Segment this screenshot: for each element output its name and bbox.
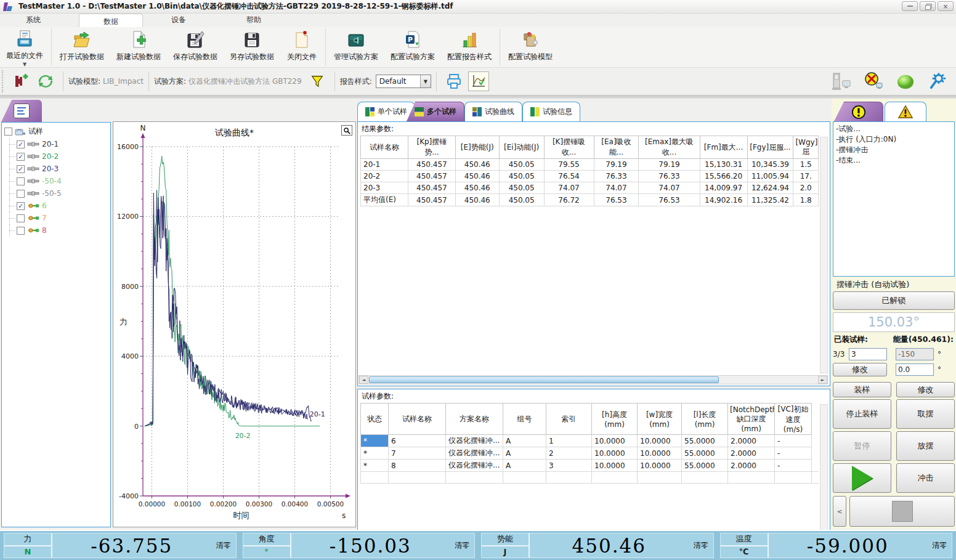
table-cell[interactable]: 仪器化摆锤冲... <box>446 447 503 460</box>
toolbar-button-save-data[interactable]: 保存试验数据 <box>167 27 224 67</box>
tree-item-6[interactable]: ✓6 <box>3 200 109 212</box>
column-header[interactable]: 状态 <box>361 404 389 435</box>
tree-item-20-2[interactable]: ✓20-2 <box>3 150 109 163</box>
table-row[interactable]: 20-1450.457450.46450.0579.5579.1979.1915… <box>361 159 819 171</box>
column-header[interactable]: [w]宽度 (mm) <box>638 404 682 435</box>
tab-warnings[interactable] <box>885 102 926 121</box>
toolbar-button-close-file[interactable]: 关闭文件 <box>280 27 323 67</box>
tree-item-checkbox[interactable]: ✓ <box>17 202 25 210</box>
table-cell[interactable]: 55.0000 <box>682 447 728 460</box>
table-cell[interactable]: - <box>775 435 812 447</box>
table-cell[interactable]: 450.46 <box>455 182 499 194</box>
tree-item-checkbox[interactable]: ✓ <box>17 153 25 161</box>
table-cell[interactable]: 8 <box>389 460 446 472</box>
settings-search-icon[interactable] <box>927 71 948 91</box>
tab-2[interactable]: 多个试样 <box>407 102 464 121</box>
table-cell[interactable]: 450.05 <box>499 194 544 206</box>
tree-item-20-3[interactable]: ✓20-3 <box>3 163 109 175</box>
table-cell[interactable]: 15,130.31 <box>700 159 747 171</box>
column-header[interactable]: [Fgy]屈服... <box>747 136 793 159</box>
table-cell[interactable]: 76.72 <box>544 194 594 206</box>
report-style-select[interactable]: Default ▼ <box>376 75 431 88</box>
tree-item-7[interactable]: 7 <box>3 212 109 224</box>
tab-1[interactable]: 单个试样 <box>357 102 415 121</box>
column-header[interactable]: 组号 <box>503 404 546 435</box>
modify-count-button[interactable]: 修改 <box>833 363 887 376</box>
table-cell[interactable]: - <box>775 447 812 460</box>
toolbar-button-open-data[interactable]: 打开试验数据 <box>54 27 110 67</box>
table-cell[interactable]: 11,325.42 <box>747 194 793 206</box>
tree-item-checkbox[interactable]: ✓ <box>17 140 25 148</box>
table-cell[interactable]: - <box>775 460 812 472</box>
table-cell[interactable]: 20-3 <box>361 182 408 194</box>
angle-input[interactable]: 0.0 <box>896 363 934 376</box>
table-cell[interactable]: 79.19 <box>594 159 639 171</box>
table-cell[interactable]: 76.33 <box>594 171 639 182</box>
tree-item-20-1[interactable]: ✓20-1 <box>3 138 109 150</box>
table-cell[interactable]: 74.07 <box>594 182 639 194</box>
tree-item--50-4[interactable]: -50-4 <box>3 175 109 187</box>
column-header[interactable]: [VC]初始速度(m/s) <box>775 404 812 435</box>
toolbar-button-config-scheme[interactable]: P配置试验方案 <box>384 27 441 67</box>
table-cell[interactable]: * <box>361 435 389 447</box>
tree-item-checkbox[interactable] <box>17 177 25 185</box>
action-button-取摆[interactable]: 取摆 <box>896 399 955 429</box>
table-cell[interactable]: 7 <box>389 447 446 460</box>
print-preview-icon[interactable] <box>444 71 464 91</box>
chart-canvas[interactable]: -400004000800012000160000.000000.001000.… <box>113 122 355 527</box>
toolbar-drag-handle[interactable] <box>2 70 5 92</box>
close-button[interactable]: × <box>938 1 954 11</box>
table-cell[interactable]: 76.53 <box>594 194 639 206</box>
tree-tab[interactable] <box>1 100 42 122</box>
table-row[interactable]: 20-3450.457450.46450.0574.0774.0774.0714… <box>361 182 819 194</box>
action-button-冲击[interactable]: 冲击 <box>896 463 955 493</box>
action-button-装样[interactable]: 装样 <box>833 382 891 397</box>
tree-item--50-5[interactable]: -50-5 <box>3 187 109 200</box>
table-cell[interactable]: 76.54 <box>544 171 594 182</box>
table-cell[interactable]: A <box>503 435 546 447</box>
column-header[interactable]: [Kp]摆锤势... <box>408 136 455 159</box>
table-cell[interactable]: 2.0 <box>793 182 819 194</box>
column-header[interactable]: [Fm]最大... <box>700 136 747 159</box>
table-cell[interactable]: 14,009.97 <box>700 182 747 194</box>
refresh-icon[interactable] <box>35 71 56 91</box>
chart-tool-button[interactable] <box>341 125 352 136</box>
menu-item-1[interactable]: 系统 <box>17 13 49 27</box>
table-cell[interactable]: 74.07 <box>544 182 594 194</box>
table-cell[interactable]: 76.53 <box>639 194 700 206</box>
add-specimen-icon[interactable] <box>10 71 31 91</box>
clear-button[interactable]: 清零 <box>211 534 236 558</box>
toolbar-button-save-as-data[interactable]: 另存试验数据 <box>224 27 280 67</box>
table-cell[interactable]: 1.8 <box>793 194 819 206</box>
action-button-停止装样[interactable]: 停止装样 <box>833 399 891 429</box>
table-cell[interactable]: 14,902.16 <box>700 194 747 206</box>
minimize-button[interactable] <box>902 1 918 11</box>
table-cell[interactable]: 平均值(E) <box>361 194 408 206</box>
table-cell[interactable]: 10.0000 <box>638 435 682 447</box>
table-cell[interactable]: 2.0000 <box>728 435 775 447</box>
table-cell[interactable]: * <box>361 447 389 460</box>
tab-4[interactable]: 试验信息 <box>522 102 580 121</box>
tree-item-checkbox[interactable]: ✓ <box>17 165 25 173</box>
table-cell[interactable]: 10.0000 <box>638 447 682 460</box>
table-cell[interactable]: 450.46 <box>455 171 499 182</box>
toolbar-button-config-model[interactable]: 配置试验模型 <box>502 27 559 67</box>
table-cell[interactable]: A <box>503 447 546 460</box>
column-header[interactable]: [NotchDepth]缺口深度 (mm) <box>728 404 775 435</box>
table-cell[interactable]: 1.5 <box>793 159 819 171</box>
tree-root-checkbox[interactable] <box>4 128 12 136</box>
table-cell[interactable]: 10,345.39 <box>747 159 793 171</box>
menu-item-2[interactable]: 数据 <box>79 14 143 27</box>
tree-root[interactable]: 试样 <box>3 125 109 138</box>
table-cell[interactable]: 79.19 <box>639 159 700 171</box>
table-row[interactable]: 平均值(E)450.457450.46450.0576.7276.5376.53… <box>361 194 819 206</box>
table-cell[interactable]: 1 <box>546 435 592 447</box>
column-header[interactable]: 索引 <box>546 404 592 435</box>
table-cell[interactable]: 2 <box>546 447 592 460</box>
table-cell[interactable]: 3 <box>546 460 592 472</box>
restore-button[interactable] <box>920 1 936 11</box>
results-horizontal-scrollbar[interactable]: ◄ ► <box>358 375 828 384</box>
table-cell[interactable]: 450.05 <box>499 182 544 194</box>
table-cell[interactable]: 450.457 <box>408 194 455 206</box>
table-cell[interactable]: 17. <box>793 171 819 182</box>
